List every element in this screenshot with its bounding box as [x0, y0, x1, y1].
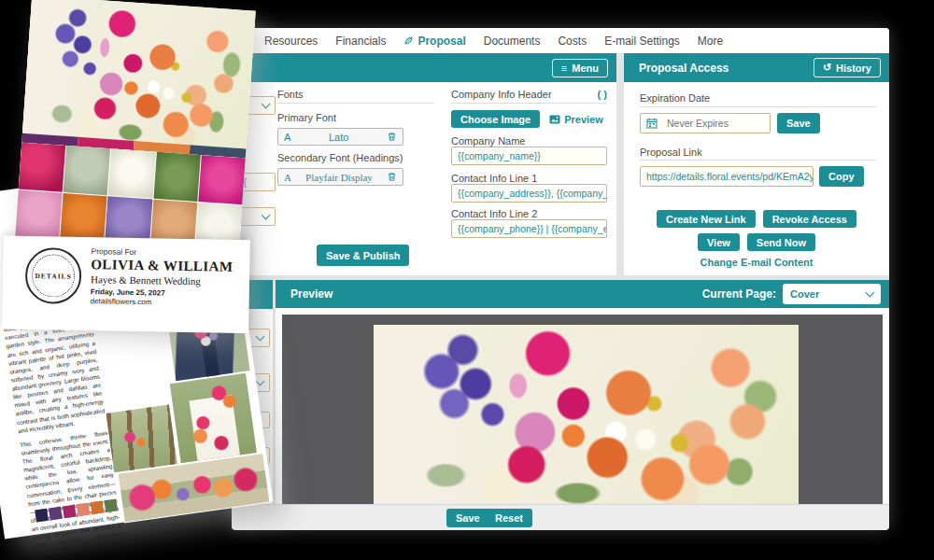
chevron-down-icon [262, 211, 271, 220]
fern-thumb [153, 152, 201, 202]
image-icon [549, 114, 560, 125]
ceremony-chairs-photo [106, 405, 177, 473]
proposal-title-card: DETAILS Proposal For OLIVIA & WILLIAM Ha… [2, 236, 250, 334]
calendar-icon [646, 118, 658, 129]
company-info-header-row: Company Info Header ( ) [451, 89, 607, 100]
proposal-page2-body: This wedding's floral design is a bold, … [2, 304, 124, 560]
image-actions-row: Choose Image Preview [451, 110, 603, 128]
company-info-section-title: Company Info Header [451, 89, 552, 100]
preview-panel: Preview Current Page: Cover [276, 280, 889, 504]
menu-button[interactable]: ≡ Menu [552, 59, 608, 77]
white-rose-thumb [108, 148, 156, 198]
secondary-font-value: Playfair Display [291, 172, 387, 183]
pink-roses-thumb [19, 143, 66, 192]
chevron-down-icon [866, 288, 875, 298]
palette-swatch [35, 509, 49, 523]
footer-save-button[interactable]: Save [446, 509, 489, 527]
event-name: Hayes & Bennett Wedding [91, 273, 240, 287]
divider [277, 103, 434, 104]
nav-costs[interactable]: Costs [558, 35, 587, 48]
chevron-down-icon [256, 377, 265, 386]
palette-swatch [49, 507, 63, 521]
palette-swatch [63, 505, 77, 519]
history-button[interactable]: ↺ History [814, 58, 881, 77]
trash-icon[interactable] [387, 132, 397, 142]
expiration-date-input[interactable] [665, 117, 762, 130]
font-icon: A [284, 132, 290, 143]
create-new-link-button[interactable]: Create New Link [657, 210, 756, 228]
proposal-settings-panel: ≡ Menu {{ Fonts Primary Font A Lato Seco… [232, 53, 616, 275]
primary-font-value: Lato [290, 132, 387, 143]
footer-reset-button[interactable]: Reset [486, 509, 532, 527]
trash-icon[interactable] [387, 172, 397, 182]
preview-image-link[interactable]: Preview [549, 114, 603, 125]
preview-stage [282, 315, 883, 504]
eucalyptus-thumb [64, 146, 111, 195]
pink-peony-thumb [198, 155, 246, 204]
preview-header: Preview Current Page: Cover [276, 280, 889, 308]
secondary-font-row[interactable]: A Playfair Display [277, 168, 403, 186]
cover-page-preview-image [374, 325, 799, 504]
current-page-value: Cover [790, 288, 819, 300]
company-name-input[interactable]: {{company_name}} [451, 147, 607, 165]
contact-line1-input[interactable]: {{company_address}}, {{company_city_stat [451, 184, 607, 203]
save-publish-button[interactable]: Save & Publish [317, 245, 409, 266]
contact-line2-label: Contact Info Line 2 [451, 208, 537, 219]
preview-title: Preview [290, 287, 333, 301]
revoke-access-button[interactable]: Revoke Access [763, 210, 856, 228]
wedding-cake-photo [170, 373, 257, 464]
nav-financials[interactable]: Financials [335, 35, 386, 48]
view-button[interactable]: View [698, 233, 740, 251]
nav-email-settings[interactable]: E-mail Settings [604, 35, 680, 48]
divider [640, 106, 876, 107]
nav-more[interactable]: More [698, 35, 723, 48]
marketing-composite: Resources Financials Proposal Documents … [0, 0, 934, 560]
leaf-icon [403, 35, 414, 46]
font-icon: A [284, 172, 291, 183]
menu-icon: ≡ [561, 63, 567, 74]
bouquet-photo [22, 0, 256, 148]
palette-swatch [77, 503, 91, 517]
send-now-button[interactable]: Send Now [747, 233, 815, 251]
proposal-access-title: Proposal Access [639, 62, 729, 75]
settings-panel-header: ≡ Menu [232, 53, 616, 82]
expiration-save-button[interactable]: Save [777, 113, 820, 133]
chevron-down-icon [256, 332, 265, 342]
top-navigation: Resources Financials Proposal Documents … [232, 28, 889, 53]
proposal-cover-page: DETAILS Proposal For OLIVIA & WILLIAM Ha… [9, 0, 255, 332]
current-page-select[interactable]: Cover [783, 284, 881, 304]
send-actions-row: View Send Now [624, 233, 889, 251]
proposal-link-label: Proposal Link [640, 147, 702, 158]
nav-documents[interactable]: Documents [484, 35, 541, 48]
details-logo: DETAILS [25, 247, 82, 304]
choose-image-button[interactable]: Choose Image [451, 110, 540, 128]
copy-link-button[interactable]: Copy [819, 166, 864, 187]
contact-line1-label: Contact Info Line 1 [451, 173, 537, 184]
proposal-access-panel: Proposal Access ↺ History Expiration Dat… [624, 53, 889, 275]
fonts-section-title: Fonts [277, 89, 304, 100]
nav-resources[interactable]: Resources [264, 35, 318, 48]
footer-bar: Save Reset [232, 504, 889, 530]
current-page-label: Current Page: [702, 287, 776, 301]
allium-thumb [15, 190, 63, 240]
chevron-down-icon [262, 100, 271, 109]
change-email-content-link[interactable]: Change E-mail Content [624, 257, 889, 268]
proposal-access-header: Proposal Access ↺ History [624, 53, 889, 82]
expiration-date-label: Expiration Date [640, 92, 710, 104]
couple-names: OLIVIA & WILLIAM [91, 257, 240, 275]
history-icon: ↺ [823, 62, 831, 74]
florist-website: detailsflowers.com [91, 297, 240, 308]
palette-swatch [104, 498, 118, 512]
expiration-date-input-wrap[interactable] [640, 113, 771, 133]
palette-swatch [91, 500, 105, 514]
proposal-link-input[interactable]: https://details.floral.events/pd/KEmA2yr… [640, 166, 814, 187]
app-window: Resources Financials Proposal Documents … [232, 28, 889, 529]
nav-proposal[interactable]: Proposal [403, 35, 465, 48]
divider [451, 103, 607, 104]
contact-line2-input[interactable]: {{company_phone}} | {{company_email}} [451, 219, 607, 238]
link-actions-row: Create New Link Revoke Access [624, 210, 889, 228]
primary-font-label: Primary Font [277, 112, 336, 123]
divider [640, 160, 876, 161]
code-icon[interactable]: ( ) [598, 89, 607, 100]
primary-font-row[interactable]: A Lato [277, 128, 403, 146]
